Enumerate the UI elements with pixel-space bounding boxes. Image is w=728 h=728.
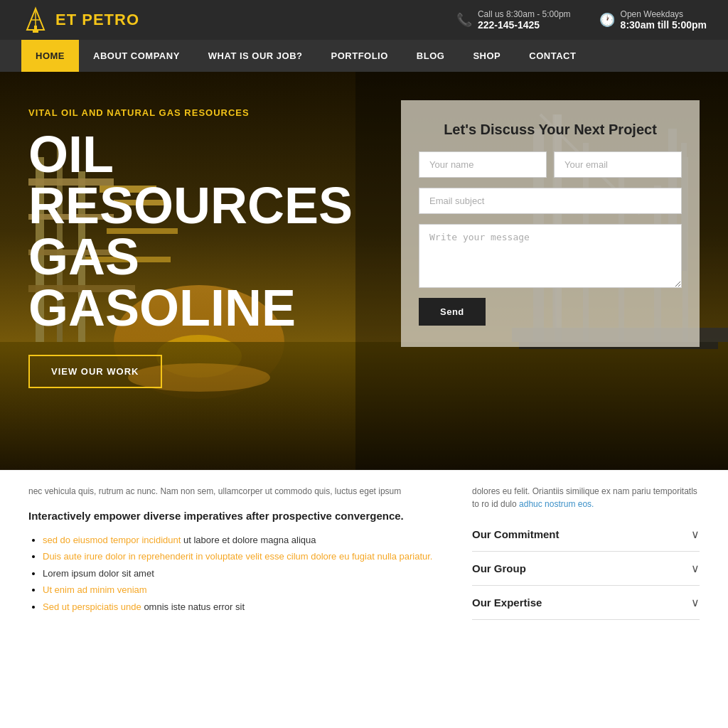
bottom-right: dolores eu felit. Oriantiis similique ex… [472, 485, 700, 620]
top-bar: ET PETRO 📞 Call us 8:30am - 5:00pm 222-1… [0, 0, 728, 40]
list-item: Ut enim ad minim veniam [43, 582, 444, 598]
hero-subtitle: VITAL OIL AND NATURAL GAS RESOURCES [28, 107, 380, 118]
list-item: Lorem ipsum dolor sit amet [43, 565, 444, 582]
hero-title-line3: GAS [28, 231, 380, 282]
svg-rect-5 [34, 26, 37, 30]
hero-title-line4: GASOLINE [28, 282, 380, 333]
logo-petro: PETRO [82, 11, 139, 28]
nav-item-portfolio[interactable]: PORTFOLIO [317, 40, 402, 72]
clock-icon: 🕐 [599, 12, 615, 28]
accordion-expertise[interactable]: Our Expertise ∨ [472, 586, 700, 620]
phone-contact: 📞 Call us 8:30am - 5:00pm 222-145-1425 [456, 9, 571, 31]
bullet-link-4[interactable]: Ut enim ad minim veniam [43, 584, 147, 595]
bullet-list: sed do eiusmod tempor incididunt ut labo… [28, 532, 444, 615]
nav-item-job[interactable]: WHAT IS OUR JOB? [194, 40, 317, 72]
bottom-section: nec vehicula quis, rutrum ac nunc. Nam n… [0, 470, 728, 634]
form-title: Let's Discuss Your Next Project [419, 122, 682, 138]
nav-item-blog[interactable]: BLOG [402, 40, 459, 72]
hours-label: Open Weekdays [621, 9, 707, 19]
logo-text: ET PETRO [55, 11, 139, 29]
nav-bar: HOME ABOUT COMPANY WHAT IS OUR JOB? PORT… [0, 40, 728, 72]
logo-et: ET [55, 11, 77, 28]
contact-info: 📞 Call us 8:30am - 5:00pm 222-145-1425 🕐… [456, 9, 707, 31]
email-input[interactable] [554, 151, 682, 178]
accordion-label-expertise: Our Expertise [472, 596, 542, 609]
hero-title-line1: OIL [28, 129, 380, 180]
hours-contact: 🕐 Open Weekdays 8:30am till 5:00pm [599, 9, 707, 31]
accordion-commitment[interactable]: Our Commitment ∨ [472, 518, 700, 552]
nav-item-contact[interactable]: CONTACT [515, 40, 590, 72]
right-link[interactable]: adhuc nostrum eos. [519, 499, 594, 509]
lorem-text-right: dolores eu felit. Oriantiis similique ex… [472, 485, 700, 510]
svg-rect-4 [33, 30, 38, 33]
list-item: Sed ut perspiciatis unde omnis iste natu… [43, 599, 444, 615]
accordion-group[interactable]: Our Group ∨ [472, 552, 700, 586]
lorem-text-left: nec vehicula quis, rutrum ac nunc. Nam n… [28, 485, 444, 498]
hero-title: OIL RESOURCES GAS GASOLINE [28, 129, 380, 333]
bullet-link-2[interactable]: Duis aute irure dolor in reprehenderit i… [43, 551, 432, 562]
logo-area: ET PETRO [21, 6, 139, 34]
chevron-down-icon-commitment: ∨ [691, 528, 700, 541]
logo-icon [21, 6, 50, 34]
accordion-label-commitment: Our Commitment [472, 528, 560, 540]
bullet-text-3: Lorem ipsum dolor sit amet [43, 568, 154, 579]
accordion-label-group: Our Group [472, 562, 526, 574]
view-work-button[interactable]: VIEW OUR WORK [28, 355, 162, 388]
empowerment-text: Interactively empower diverse imperative… [28, 508, 444, 523]
hours-value: 8:30am till 5:00pm [621, 19, 707, 31]
nav-item-shop[interactable]: SHOP [459, 40, 515, 72]
list-item: sed do eiusmod tempor incididunt ut labo… [43, 532, 444, 548]
list-item: Duis aute irure dolor in reprehenderit i… [43, 548, 444, 564]
hero-left: VITAL OIL AND NATURAL GAS RESOURCES OIL … [28, 93, 380, 449]
chevron-down-icon-expertise: ∨ [691, 596, 700, 609]
subject-input[interactable] [419, 188, 682, 214]
message-textarea[interactable] [419, 224, 682, 288]
phone-icon: 📞 [456, 12, 472, 28]
form-row-name-email [419, 151, 682, 178]
bullet-text-5: omnis iste natus error sit [144, 601, 245, 612]
phone-number: 222-145-1425 [478, 19, 571, 31]
bullet-link-5[interactable]: Sed ut perspiciatis unde [43, 601, 141, 612]
send-button[interactable]: Send [419, 298, 486, 326]
phone-label: Call us 8:30am - 5:00pm [478, 9, 571, 19]
nav-item-about[interactable]: ABOUT COMPANY [79, 40, 194, 72]
nav-item-home[interactable]: HOME [21, 40, 79, 72]
bottom-left: nec vehicula quis, rutrum ac nunc. Nam n… [28, 485, 444, 620]
hero-content: VITAL OIL AND NATURAL GAS RESOURCES OIL … [0, 72, 728, 470]
hero-section: VITAL OIL AND NATURAL GAS RESOURCES OIL … [0, 72, 728, 470]
hero-title-line2: RESOURCES [28, 180, 380, 231]
contact-form-panel: Let's Discuss Your Next Project Send [401, 100, 700, 347]
chevron-down-icon-group: ∨ [691, 562, 700, 575]
bullet-text-1: ut labore et dolore magna aliqua [183, 535, 316, 545]
bullet-link-1[interactable]: sed do eiusmod tempor incididunt [43, 535, 181, 545]
name-input[interactable] [419, 151, 547, 178]
